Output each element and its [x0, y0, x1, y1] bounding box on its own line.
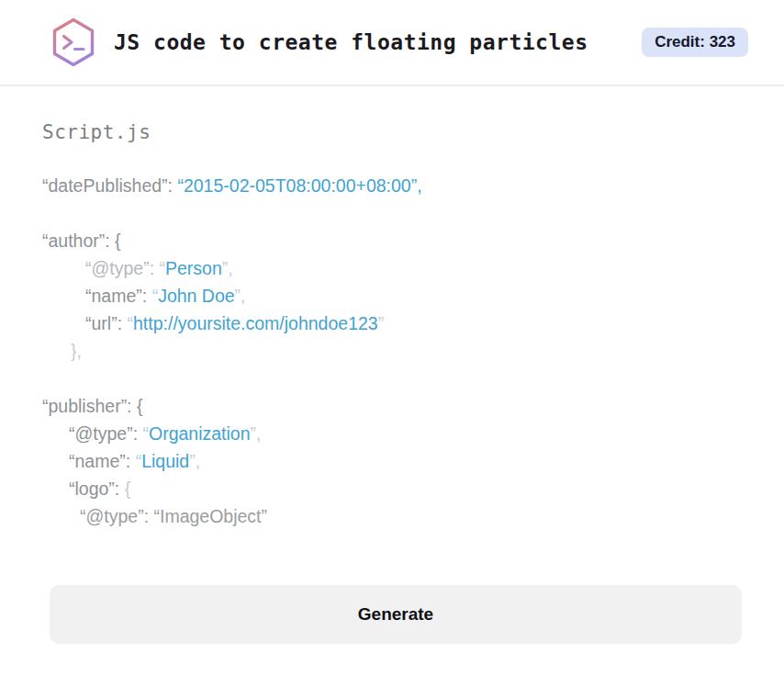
code-block: “datePublished”: “2015-02-05T08:00:00+08… [42, 172, 742, 530]
code-line: “publisher”: { [42, 392, 742, 420]
page-title: JS code to create floating particles [114, 30, 588, 54]
terminal-hexagon-icon [50, 17, 96, 67]
credit-badge: Credit: 323 [642, 28, 748, 57]
code-line: “logo”: { [42, 475, 742, 502]
file-name-heading: Script.js [42, 121, 742, 143]
code-line: “@type”: “Person”, [42, 254, 742, 282]
code-line: “url”: “http://yoursite.com/johndoe123” [42, 310, 742, 337]
code-line: “@type”: “ImageObject” [42, 502, 742, 530]
code-line: “@type”: “Organization”, [42, 420, 742, 447]
code-line: “name”: “Liquid”, [42, 447, 742, 475]
code-line [42, 365, 742, 392]
main-content: Script.js “datePublished”: “2015-02-05T0… [0, 121, 784, 644]
code-line: “name”: “John Doe”, [42, 282, 742, 310]
code-line: “author”: { [42, 227, 742, 254]
code-line: }, [42, 337, 742, 365]
code-line: “datePublished”: “2015-02-05T08:00:00+08… [42, 172, 742, 199]
code-line [42, 199, 742, 227]
header: JS code to create floating particles Cre… [0, 0, 784, 86]
generate-button[interactable]: Generate [50, 585, 742, 644]
